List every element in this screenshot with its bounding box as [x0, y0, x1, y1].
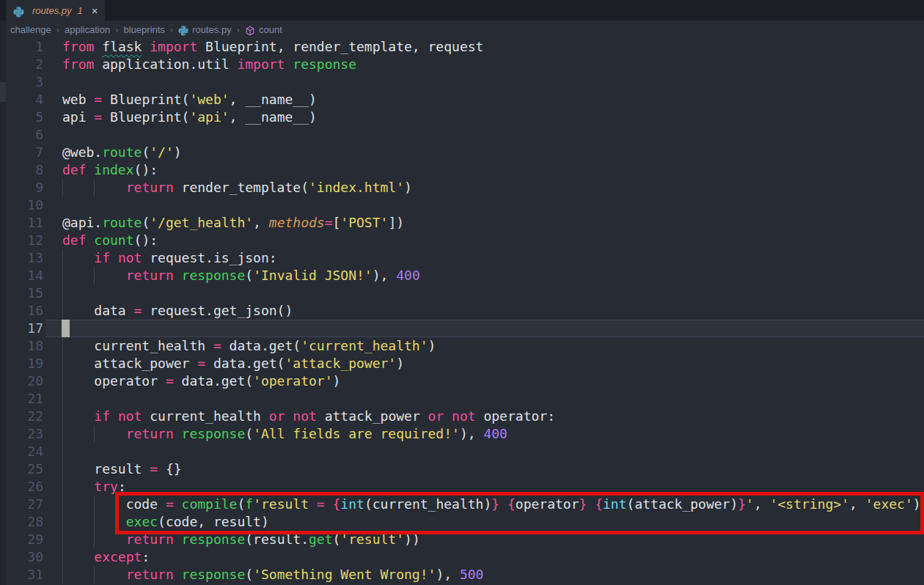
- highlight-box: [115, 492, 924, 534]
- python-icon: [178, 26, 188, 36]
- code-line-text[interactable]: if not current_health or not attack_powe…: [62, 408, 555, 425]
- line-number[interactable]: 23: [0, 425, 43, 443]
- line-number[interactable]: 5: [0, 108, 43, 126]
- code-line-text[interactable]: return response('Invalid JSON!'), 400: [62, 267, 420, 284]
- code-line-text[interactable]: except:: [62, 548, 150, 566]
- code-line: 30 except:: [0, 548, 924, 566]
- line-number[interactable]: 10: [0, 196, 43, 214]
- left-edge: [0, 0, 6, 585]
- code-line: 2from application.util import response: [0, 56, 924, 73]
- code-line: 20 operator = data.get('operator'): [0, 372, 924, 390]
- line-number[interactable]: 28: [0, 513, 43, 531]
- code-line: 17: [0, 320, 924, 337]
- line-number[interactable]: 1: [0, 38, 43, 56]
- code-line-text[interactable]: result = {}: [62, 460, 182, 478]
- line-number[interactable]: 3: [0, 73, 43, 91]
- code-line: 5api = Blueprint('api', __name__): [0, 108, 924, 126]
- code-line-text[interactable]: attack_power = data.get('attack_power'): [62, 355, 404, 372]
- line-number[interactable]: 31: [0, 566, 43, 584]
- code-line-text[interactable]: @web.route('/'): [62, 144, 182, 161]
- breadcrumb-separator: ›: [56, 24, 59, 35]
- code-line: 21: [0, 390, 924, 408]
- python-icon: [13, 7, 24, 18]
- code-line-text[interactable]: if not request.is_json:: [62, 249, 277, 267]
- line-number[interactable]: 6: [0, 126, 43, 144]
- close-icon[interactable]: ×: [92, 5, 98, 16]
- left-edge-handle[interactable]: [0, 82, 6, 102]
- code-line: 18 current_health = data.get('current_he…: [0, 337, 924, 355]
- line-number[interactable]: 26: [0, 478, 43, 496]
- code-line-text[interactable]: return response('Something Went Wrong!')…: [62, 566, 483, 584]
- breadcrumb-separator: ›: [115, 24, 118, 35]
- code-line-text[interactable]: from application.util import response: [62, 56, 356, 73]
- tab-title: routes.py: [32, 5, 71, 16]
- symbol-count-icon: [245, 26, 255, 36]
- code-line-text[interactable]: from flask import Blueprint, render_temp…: [62, 38, 483, 56]
- line-number[interactable]: 29: [0, 531, 43, 548]
- line-number[interactable]: 4: [0, 91, 43, 108]
- indent-guide: [62, 390, 63, 408]
- line-number[interactable]: 12: [0, 232, 43, 249]
- code-line: 19 attack_power = data.get('attack_power…: [0, 355, 924, 372]
- line-number[interactable]: 13: [0, 249, 43, 267]
- breadcrumb-item-challenge[interactable]: challenge: [10, 24, 51, 35]
- line-number[interactable]: 11: [0, 214, 43, 232]
- line-number[interactable]: 9: [0, 179, 43, 196]
- breadcrumb-item-application[interactable]: application: [65, 24, 110, 35]
- code-line: 6: [0, 126, 924, 144]
- text-cursor: [62, 320, 70, 337]
- line-number[interactable]: 14: [0, 267, 43, 284]
- code-line: 31 return response('Something Went Wrong…: [0, 566, 924, 584]
- line-number[interactable]: 25: [0, 460, 43, 478]
- breadcrumb-separator: ›: [170, 24, 173, 35]
- line-number[interactable]: 22: [0, 408, 43, 425]
- code-line: 3: [0, 73, 924, 91]
- line-number[interactable]: 8: [0, 161, 43, 179]
- code-line: 4web = Blueprint('web', __name__): [0, 91, 924, 108]
- line-number[interactable]: 20: [0, 372, 43, 390]
- code-line-text[interactable]: data = request.get_json(): [62, 302, 293, 320]
- code-line: 7@web.route('/'): [0, 144, 924, 161]
- code-line: 22 if not current_health or not attack_p…: [0, 408, 924, 425]
- current-line-highlight: [45, 320, 924, 337]
- tab-routes-py[interactable]: routes.py 1 ×: [6, 0, 105, 21]
- line-number[interactable]: 24: [0, 443, 43, 460]
- line-number[interactable]: 2: [0, 56, 43, 73]
- code-line-text[interactable]: operator = data.get('operator'): [62, 372, 340, 390]
- code-line-text[interactable]: return render_template('index.html'): [62, 179, 412, 196]
- indent-guide: [62, 284, 63, 302]
- code-line-text[interactable]: web = Blueprint('web', __name__): [62, 91, 317, 108]
- breadcrumb-item-blueprints[interactable]: blueprints: [124, 24, 165, 35]
- code-line-text[interactable]: api = Blueprint('api', __name__): [62, 108, 317, 126]
- code-line-text[interactable]: @api.route('/get_health', methods=['POST…: [62, 214, 404, 232]
- code-line: 1from flask import Blueprint, render_tem…: [0, 38, 924, 56]
- line-number[interactable]: 18: [0, 337, 43, 355]
- code-line: 23 return response('All fields are requi…: [0, 425, 924, 443]
- line-number[interactable]: 17: [0, 320, 43, 337]
- line-number[interactable]: 15: [0, 284, 43, 302]
- code-line: 24: [0, 443, 924, 460]
- line-number[interactable]: 27: [0, 496, 43, 513]
- line-number[interactable]: 30: [0, 548, 43, 566]
- line-number[interactable]: 16: [0, 302, 43, 320]
- tab-modified-badge: 1: [77, 5, 82, 16]
- breadcrumb-item-count[interactable]: count: [259, 24, 282, 35]
- breadcrumb: challenge›application›blueprints›routes.…: [10, 21, 924, 38]
- code-line-text[interactable]: current_health = data.get('current_healt…: [62, 337, 436, 355]
- code-line: 12def count():: [0, 232, 924, 249]
- code-line-text[interactable]: def index():: [62, 161, 158, 179]
- code-line-text[interactable]: return response('All fields are required…: [62, 425, 507, 443]
- line-number[interactable]: 21: [0, 390, 43, 408]
- indent-guide: [62, 443, 63, 460]
- breadcrumb-separator: ›: [237, 24, 240, 35]
- line-number[interactable]: 19: [0, 355, 43, 372]
- line-number[interactable]: 7: [0, 144, 43, 161]
- code-line: 25 result = {}: [0, 460, 924, 478]
- code-line: 15: [0, 284, 924, 302]
- code-line: 16 data = request.get_json(): [0, 302, 924, 320]
- code-line-text[interactable]: def count():: [62, 232, 158, 249]
- breadcrumb-item-routes-py[interactable]: routes.py: [192, 24, 231, 35]
- code-line: 13 if not request.is_json:: [0, 249, 924, 267]
- tab-bar: routes.py 1 ×: [0, 0, 924, 21]
- code-line: 8def index():: [0, 161, 924, 179]
